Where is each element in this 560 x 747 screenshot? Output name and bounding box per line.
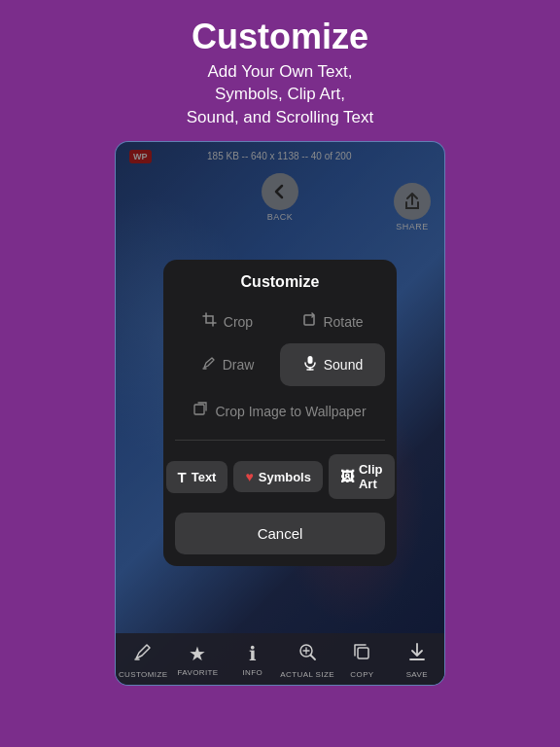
svg-rect-11: [358, 648, 368, 658]
toolbar-save[interactable]: SAVE: [390, 641, 444, 679]
toolbar-copy[interactable]: COPY: [334, 641, 389, 679]
clipart-icon: 🖼: [340, 469, 354, 484]
info-icon: ℹ: [249, 642, 257, 665]
bottom-toolbar: CUSTOMIZE ★ FAVORITE ℹ INFO ACTUAL SIZE: [116, 633, 444, 685]
save-label: SAVE: [406, 670, 428, 679]
modal-overlay: Customize Crop: [116, 142, 444, 685]
heart-icon: ♥: [245, 469, 253, 484]
header-subtitle: Add Your Own Text,Symbols, Clip Art,Soun…: [187, 60, 373, 129]
modal-grid: Crop Rotate: [163, 301, 397, 386]
actual-size-icon: [297, 641, 318, 667]
crop-wallpaper-label: Crop Image to Wallpaper: [215, 404, 366, 419]
sound-label: Sound: [324, 357, 363, 373]
symbols-label: Symbols: [259, 470, 311, 484]
toolbar-actual-size[interactable]: ACTUAL SIZE: [280, 641, 334, 679]
modal-bottom-row: T Text ♥ Symbols 🖼 Clip Art: [163, 445, 397, 509]
symbols-button[interactable]: ♥ Symbols: [233, 461, 323, 492]
actual-size-label: ACTUAL SIZE: [280, 670, 334, 679]
microphone-icon: [302, 355, 318, 374]
favorite-label: FAVORITE: [177, 668, 218, 677]
modal-title: Customize: [163, 260, 397, 301]
rotate-button[interactable]: Rotate: [280, 301, 385, 343]
crop-wallpaper-row: Crop Image to Wallpaper: [163, 386, 397, 436]
text-label: Text: [192, 470, 217, 484]
header-title: Customize: [187, 18, 373, 56]
crop-wallpaper-icon: [193, 402, 209, 420]
save-icon: [406, 641, 428, 667]
phone-frame: WP 185 KB -- 640 x 1138 -- 40 of 200 BAC…: [115, 141, 445, 686]
copy-label: COPY: [350, 670, 373, 679]
header: Customize Add Your Own Text,Symbols, Cli…: [167, 0, 393, 141]
copy-icon: [351, 641, 372, 667]
text-icon: T: [178, 469, 187, 485]
star-icon: ★: [189, 642, 206, 665]
customize-icon: [132, 641, 154, 667]
crop-icon: [202, 312, 218, 332]
sound-button[interactable]: Sound: [280, 343, 385, 386]
info-label: INFO: [242, 668, 262, 677]
rotate-icon: [301, 312, 317, 332]
rotate-label: Rotate: [323, 314, 363, 330]
crop-label: Crop: [224, 314, 253, 330]
customize-modal: Customize Crop: [163, 260, 397, 566]
toolbar-info[interactable]: ℹ INFO: [226, 642, 280, 677]
toolbar-favorite[interactable]: ★ FAVORITE: [170, 642, 225, 677]
draw-button[interactable]: Draw: [175, 343, 280, 386]
draw-label: Draw: [223, 357, 255, 373]
svg-rect-2: [307, 356, 312, 364]
modal-divider-1: [175, 440, 385, 441]
crop-button[interactable]: Crop: [175, 301, 280, 343]
svg-line-8: [311, 655, 316, 659]
svg-rect-5: [194, 405, 204, 414]
cancel-button[interactable]: Cancel: [175, 513, 385, 554]
text-button[interactable]: T Text: [166, 461, 228, 493]
crop-wallpaper-button[interactable]: Crop Image to Wallpaper: [175, 390, 385, 432]
toolbar-customize[interactable]: CUSTOMIZE: [116, 641, 170, 679]
clipart-button[interactable]: 🖼 Clip Art: [329, 454, 395, 499]
customize-label: CUSTOMIZE: [119, 670, 168, 679]
draw-icon: [201, 355, 217, 374]
clipart-label: Clip Art: [359, 462, 383, 491]
